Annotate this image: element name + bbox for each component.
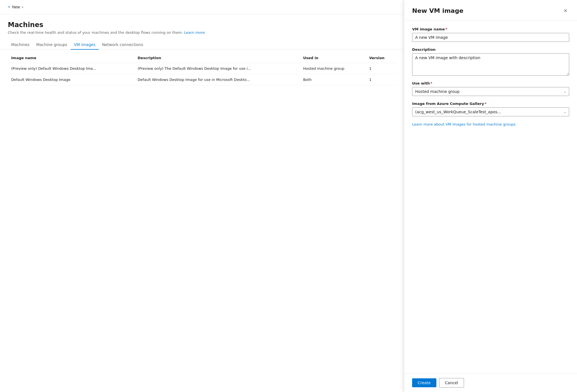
- col-header-used-in: Used in: [300, 53, 366, 63]
- chevron-down-icon: ∨: [21, 6, 23, 9]
- close-panel-button[interactable]: ✕: [561, 7, 569, 15]
- page-title: Machines: [8, 21, 396, 29]
- vm-image-name-input[interactable]: [412, 33, 569, 42]
- image-gallery-select-wrapper: (acg_west_us_WorkQueue_ScaleTest_apos...…: [412, 107, 569, 116]
- required-star: *: [445, 27, 447, 31]
- page-subtitle: Check the real-time health and status of…: [8, 30, 396, 35]
- table-row[interactable]: (Preview only) Default Windows Desktop I…: [8, 63, 396, 74]
- table-header-row: Image name Description Used in Version: [8, 53, 396, 63]
- image-gallery-group: Image from Azure Compute Gallery* (acg_w…: [412, 102, 569, 116]
- required-star-use-with: *: [431, 81, 432, 85]
- cell-version: 1: [366, 63, 396, 74]
- panel-title: New VM image: [412, 7, 463, 14]
- use-with-group: Use with* Hosted machine group Both ⌄: [412, 81, 569, 96]
- vm-image-name-label: VM image name*: [412, 27, 569, 31]
- panel-footer: Create Cancel: [404, 373, 577, 392]
- use-with-label: Use with*: [412, 81, 569, 85]
- new-vm-image-panel: New VM image ✕ VM image name* Descriptio…: [404, 0, 577, 392]
- image-gallery-label: Image from Azure Compute Gallery*: [412, 102, 569, 106]
- learn-more-vm-images-link[interactable]: Learn more about VM images for hosted ma…: [412, 122, 569, 127]
- top-bar: + New ∨: [0, 0, 404, 14]
- tabs-bar: Machines Machine groups VM images Networ…: [0, 40, 404, 50]
- cell-description: (Preview only) The Default Windows Deskt…: [134, 63, 300, 74]
- cancel-button[interactable]: Cancel: [439, 378, 464, 388]
- panel-body: VM image name* Description A new VM imag…: [404, 20, 577, 373]
- cell-image-name: Default Windows Desktop Image: [8, 74, 134, 85]
- cell-description: Default Windows Desktop Image for use in…: [134, 74, 300, 85]
- tab-network-connections[interactable]: Network connections: [99, 40, 146, 50]
- cell-used-in: Both: [300, 74, 366, 85]
- table-container: Image name Description Used in Version (…: [0, 50, 404, 392]
- col-header-description: Description: [134, 53, 300, 63]
- plus-icon: +: [8, 4, 10, 9]
- cell-version: 1: [366, 74, 396, 85]
- description-label: Description: [412, 47, 569, 52]
- image-gallery-select[interactable]: (acg_west_us_WorkQueue_ScaleTest_apos...: [412, 107, 569, 116]
- required-star-gallery: *: [485, 102, 487, 106]
- page-header: Machines Check the real-time health and …: [0, 14, 404, 40]
- create-button[interactable]: Create: [412, 378, 436, 387]
- description-group: Description A new VM image with descript…: [412, 47, 569, 76]
- learn-more-link[interactable]: Learn more: [184, 30, 205, 35]
- cell-used-in: Hosted machine group: [300, 63, 366, 74]
- table-row[interactable]: Default Windows Desktop Image Default Wi…: [8, 74, 396, 85]
- description-textarea[interactable]: A new VM image with description: [412, 53, 569, 76]
- col-header-image-name: Image name: [8, 53, 134, 63]
- use-with-select-wrapper: Hosted machine group Both ⌄: [412, 87, 569, 96]
- close-icon: ✕: [564, 8, 567, 13]
- tab-machine-groups[interactable]: Machine groups: [33, 40, 71, 50]
- new-button-label: New: [12, 5, 20, 9]
- panel-header: New VM image ✕: [404, 0, 577, 20]
- tab-machines[interactable]: Machines: [8, 40, 33, 50]
- tab-vm-images[interactable]: VM images: [71, 40, 99, 50]
- cell-image-name: (Preview only) Default Windows Desktop I…: [8, 63, 134, 74]
- vm-images-table: Image name Description Used in Version (…: [8, 53, 396, 85]
- vm-image-name-group: VM image name*: [412, 27, 569, 42]
- new-button[interactable]: + New ∨: [6, 3, 26, 11]
- use-with-select[interactable]: Hosted machine group Both: [412, 87, 569, 96]
- col-header-version: Version: [366, 53, 396, 63]
